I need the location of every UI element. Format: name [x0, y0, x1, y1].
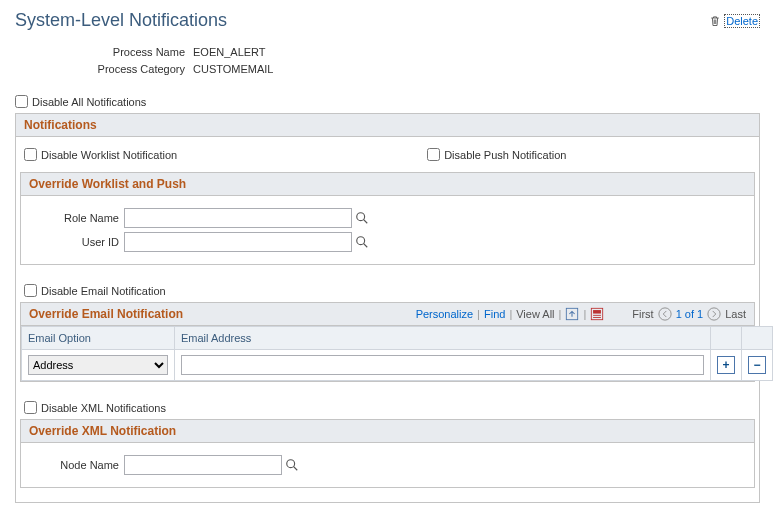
user-id-label: User ID — [29, 236, 124, 248]
zoom-icon[interactable] — [565, 307, 579, 321]
notifications-group: Notifications Disable Worklist Notificat… — [15, 113, 760, 503]
svg-point-0 — [357, 213, 365, 221]
process-name-value: EOEN_ALERT — [193, 46, 266, 58]
node-name-label: Node Name — [29, 459, 124, 471]
download-icon[interactable] — [590, 307, 604, 321]
disable-all-label: Disable All Notifications — [32, 96, 146, 108]
override-xml-header: Override XML Notification — [21, 420, 754, 443]
col-email-address[interactable]: Email Address — [175, 327, 711, 350]
view-all-link[interactable]: View All — [516, 308, 554, 320]
svg-point-10 — [708, 308, 720, 320]
user-id-input[interactable] — [124, 232, 352, 252]
table-row: Address + − — [22, 350, 773, 381]
svg-point-11 — [287, 460, 295, 468]
email-option-select[interactable]: Address — [28, 355, 168, 375]
add-row-button[interactable]: + — [717, 356, 735, 374]
svg-line-1 — [364, 220, 368, 224]
notifications-header: Notifications — [16, 114, 759, 137]
process-name-label: Process Name — [15, 46, 193, 58]
svg-rect-6 — [593, 310, 601, 314]
svg-point-2 — [357, 237, 365, 245]
last-label[interactable]: Last — [725, 308, 746, 320]
first-label[interactable]: First — [632, 308, 653, 320]
trash-icon — [709, 14, 721, 28]
svg-rect-8 — [593, 317, 601, 318]
lookup-icon[interactable] — [285, 458, 299, 472]
disable-email-checkbox[interactable] — [24, 284, 37, 297]
svg-line-12 — [294, 467, 298, 471]
disable-xml-checkbox[interactable] — [24, 401, 37, 414]
lookup-icon[interactable] — [355, 235, 369, 249]
col-email-option[interactable]: Email Option — [22, 327, 175, 350]
find-link[interactable]: Find — [484, 308, 505, 320]
process-category-value: CUSTOMEMAIL — [193, 63, 273, 75]
email-grid: Email Option Email Address Address — [21, 326, 773, 381]
delete-button[interactable]: Delete — [724, 14, 760, 28]
svg-line-3 — [364, 244, 368, 248]
lookup-icon[interactable] — [355, 211, 369, 225]
delete-row-button[interactable]: − — [748, 356, 766, 374]
disable-worklist-checkbox[interactable] — [24, 148, 37, 161]
svg-point-9 — [659, 308, 671, 320]
disable-all-checkbox[interactable] — [15, 95, 28, 108]
email-address-input[interactable] — [181, 355, 704, 375]
disable-xml-label: Disable XML Notifications — [41, 402, 166, 414]
disable-push-label: Disable Push Notification — [444, 149, 566, 161]
process-category-label: Process Category — [15, 63, 193, 75]
override-worklist-push-header: Override Worklist and Push — [21, 173, 754, 196]
svg-rect-7 — [593, 315, 601, 316]
record-counter: 1 of 1 — [676, 308, 704, 320]
svg-rect-5 — [592, 308, 603, 319]
role-name-label: Role Name — [29, 212, 124, 224]
prev-icon[interactable] — [658, 307, 672, 321]
override-email-header: Override Email Notification — [29, 307, 183, 321]
disable-push-checkbox[interactable] — [427, 148, 440, 161]
role-name-input[interactable] — [124, 208, 352, 228]
disable-worklist-label: Disable Worklist Notification — [41, 149, 177, 161]
disable-email-label: Disable Email Notification — [41, 285, 166, 297]
next-icon[interactable] — [707, 307, 721, 321]
page-title: System-Level Notifications — [15, 10, 227, 31]
personalize-link[interactable]: Personalize — [416, 308, 473, 320]
node-name-input[interactable] — [124, 455, 282, 475]
